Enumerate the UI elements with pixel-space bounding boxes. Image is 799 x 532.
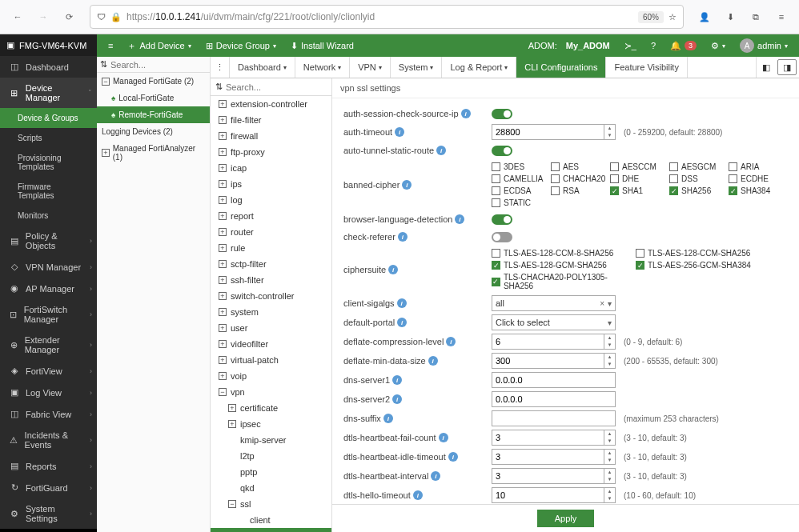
cfg-kmip-server[interactable]: kmip-server <box>211 432 331 448</box>
address-bar[interactable]: 🛡 🔒 https://10.0.1.241/ui/dvm/main/cfg/2… <box>90 5 684 29</box>
add-device-button[interactable]: ＋ Add Device▾ <box>121 37 197 55</box>
cfg-pptp[interactable]: pptp <box>211 464 331 480</box>
info-icon[interactable]: i <box>413 490 423 500</box>
step-down[interactable]: ▼ <box>604 476 615 483</box>
info-icon[interactable]: i <box>388 265 398 274</box>
select-input[interactable]: Click to select▾ <box>492 314 616 330</box>
info-icon[interactable]: i <box>397 318 407 327</box>
checkbox-TLS-AES-128-CCM-8-SHA256[interactable]: TLS-AES-128-CCM-8-SHA256 <box>492 247 636 259</box>
number-input[interactable] <box>492 353 616 369</box>
downloads-icon[interactable]: ⬇ <box>719 6 741 28</box>
nav-log-view[interactable]: ▣Log View› <box>0 382 97 403</box>
nav-reports[interactable]: ▤Reports› <box>0 455 97 477</box>
info-icon[interactable]: i <box>392 394 402 404</box>
info-icon[interactable]: i <box>461 109 471 118</box>
tree-logging[interactable]: Logging Devices (2) <box>97 123 210 140</box>
toggle[interactable] <box>492 214 512 225</box>
checkbox-TLS-AES-256-GCM-SHA384[interactable]: ✓TLS-AES-256-GCM-SHA384 <box>636 259 780 271</box>
step-down[interactable]: ▼ <box>604 495 615 502</box>
cfg-user[interactable]: +user <box>211 320 331 336</box>
tab-network[interactable]: Network▾ <box>295 57 350 78</box>
tab-system[interactable]: System▾ <box>391 57 443 78</box>
cfg-file-filter[interactable]: +file-filter <box>211 112 331 128</box>
cfg-switch-controller[interactable]: +switch-controller <box>211 288 331 304</box>
number-input[interactable] <box>492 487 616 503</box>
cfg-ftp-proxy[interactable]: +ftp-proxy <box>211 144 331 160</box>
nav-provisioning-templates[interactable]: Provisioning Templates <box>0 148 97 177</box>
toggle[interactable] <box>492 109 512 119</box>
checkbox-AES[interactable]: AES <box>551 161 610 173</box>
step-up[interactable]: ▲ <box>604 430 615 438</box>
checkbox-ECDSA[interactable]: ECDSA <box>492 185 551 197</box>
cfg-client[interactable]: client <box>211 512 331 528</box>
info-icon[interactable]: i <box>397 298 407 308</box>
nav-device-groups[interactable]: Device & Groups <box>0 108 97 128</box>
device-group-button[interactable]: ⊞ Device Group▾ <box>199 38 283 54</box>
checkbox-SHA256[interactable]: ✓SHA256 <box>669 185 729 197</box>
nav-fortiswitch-manager[interactable]: ⊡FortiSwitch Manager› <box>0 299 97 330</box>
sidebar-right-icon[interactable]: ◨ <box>777 59 797 75</box>
step-up[interactable]: ▲ <box>604 354 615 361</box>
nav-vpn-manager[interactable]: ◇VPN Manager› <box>0 256 97 278</box>
checkbox-3DES[interactable]: 3DES <box>492 161 551 173</box>
step-down[interactable]: ▼ <box>604 342 615 349</box>
number-input[interactable] <box>492 124 616 140</box>
cfg-firewall[interactable]: +firewall <box>211 128 331 144</box>
checkbox-STATIC[interactable]: STATIC <box>492 197 551 209</box>
step-down[interactable]: ▼ <box>604 132 615 139</box>
text-input[interactable] <box>492 391 616 407</box>
cfg-sctp-filter[interactable]: +sctp-filter <box>211 256 331 272</box>
cfg-system[interactable]: +system <box>211 304 331 320</box>
cfg-icap[interactable]: +icap <box>211 160 331 176</box>
tab-dashboard[interactable]: Dashboard▾ <box>230 57 295 78</box>
account-icon[interactable]: 👤 <box>693 6 716 28</box>
cfg-search-input[interactable] <box>226 82 332 92</box>
nav-fabric-view[interactable]: ◫Fabric View› <box>0 403 97 425</box>
checkbox-TLS-CHACHA20-POLY1305-SHA256[interactable]: ✓TLS-CHACHA20-POLY1305-SHA256 <box>492 271 636 292</box>
info-icon[interactable]: i <box>448 452 458 462</box>
text-input[interactable] <box>492 410 616 426</box>
info-icon[interactable]: i <box>428 356 438 366</box>
nav-monitors[interactable]: Monitors <box>0 206 97 226</box>
info-icon[interactable]: i <box>455 214 464 224</box>
tree-root[interactable]: − Managed FortiGate (2) <box>97 73 210 90</box>
cfg-ssh-filter[interactable]: +ssh-filter <box>211 272 331 288</box>
checkbox-RSA[interactable]: RSA <box>551 185 610 197</box>
nav-firmware-templates[interactable]: Firmware Templates <box>0 177 97 206</box>
toggle[interactable] <box>492 232 512 242</box>
cfg-qkd[interactable]: qkd <box>211 480 331 496</box>
adom-selector[interactable]: ADOM: My_ADOM <box>522 38 616 54</box>
tab-menu-icon[interactable]: ⋮ <box>211 57 230 78</box>
step-up[interactable]: ▲ <box>604 488 615 495</box>
nav-ap-manager[interactable]: ◉AP Manager› <box>0 278 97 299</box>
checkbox-TLS-AES-128-CCM-SHA256[interactable]: TLS-AES-128-CCM-SHA256 <box>636 247 780 259</box>
install-wizard-button[interactable]: ⬇ Install Wizard <box>284 38 360 54</box>
info-icon[interactable]: i <box>383 414 393 423</box>
cfg-voip[interactable]: +voip <box>211 368 331 384</box>
checkbox-DSS[interactable]: DSS <box>669 173 729 185</box>
nav-incidents-events[interactable]: ⚠Incidents & Events› <box>0 425 97 455</box>
info-icon[interactable]: i <box>439 433 448 442</box>
number-input[interactable] <box>492 430 616 446</box>
reload-button[interactable]: ⟳ <box>58 6 80 28</box>
info-icon[interactable]: i <box>392 375 402 385</box>
cfg-log[interactable]: +log <box>211 192 331 208</box>
nav-fortiguard[interactable]: ↻FortiGuard› <box>0 477 97 498</box>
info-icon[interactable]: i <box>398 232 408 242</box>
info-icon[interactable]: i <box>431 471 440 481</box>
forward-button[interactable]: → <box>32 6 54 28</box>
user-menu[interactable]: A admin▾ <box>733 35 794 56</box>
cfg-settings[interactable]: settings <box>211 528 331 532</box>
number-input[interactable] <box>492 334 616 350</box>
step-up[interactable]: ▲ <box>604 450 615 457</box>
cfg-vpn[interactable]: −vpn <box>211 384 331 400</box>
nav-fortiview[interactable]: ◈FortiView› <box>0 360 97 382</box>
number-input[interactable] <box>492 449 616 465</box>
step-down[interactable]: ▼ <box>604 361 615 368</box>
nav-system-settings[interactable]: ⚙System Settings› <box>0 498 97 529</box>
nav-scripts[interactable]: Scripts <box>0 128 97 148</box>
text-input[interactable] <box>492 372 616 388</box>
step-up[interactable]: ▲ <box>604 125 615 132</box>
select-input[interactable]: all×▾ <box>492 295 616 311</box>
info-icon[interactable]: i <box>436 146 446 155</box>
